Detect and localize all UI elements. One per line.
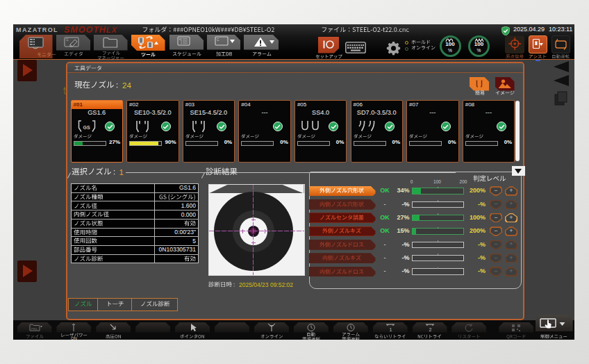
svg-text:C: C: [217, 38, 219, 42]
svg-text:2: 2: [429, 327, 431, 332]
svg-text:GS: GS: [83, 124, 90, 129]
svg-text:S: S: [179, 38, 181, 41]
svg-text:G: G: [66, 38, 69, 42]
svg-text:PRG: PRG: [31, 326, 38, 330]
svg-text:1: 1: [389, 327, 392, 332]
